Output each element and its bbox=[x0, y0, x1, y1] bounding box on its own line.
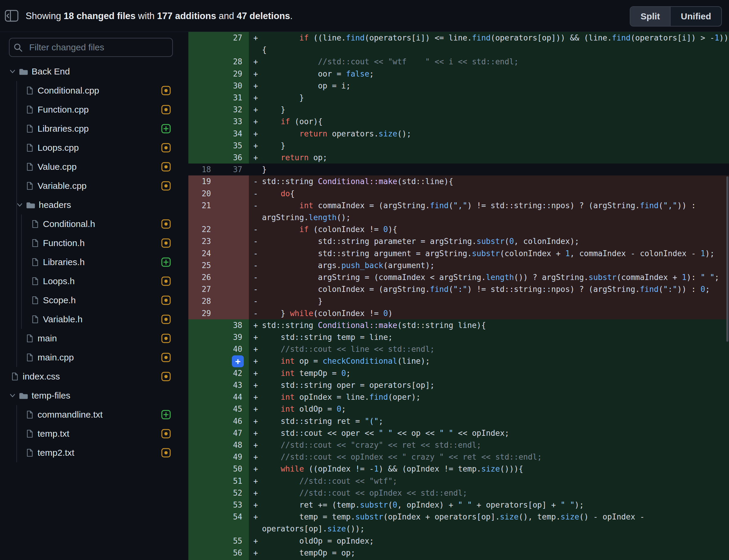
code-token: (opIndex + operators[op]. bbox=[383, 512, 500, 521]
additions-count: 177 additions bbox=[157, 11, 216, 21]
code-token bbox=[262, 452, 281, 461]
sidebar-folder-back-end[interactable]: Back End bbox=[0, 62, 188, 81]
sidebar-file-index-css[interactable]: index.css bbox=[0, 367, 188, 386]
code-line: - args.push_back(argument); bbox=[249, 259, 729, 271]
sidebar-file-main-cpp[interactable]: main.cpp bbox=[0, 348, 188, 367]
sidebar-file-conditional-h[interactable]: Conditional.h bbox=[0, 214, 188, 234]
chevron-down-icon[interactable] bbox=[16, 201, 23, 209]
code-line: + if (oor){ bbox=[249, 116, 729, 127]
old-line-number bbox=[188, 475, 217, 487]
code-token: 0 bbox=[383, 309, 388, 318]
chevron-down-icon[interactable] bbox=[9, 68, 16, 75]
diff-sign: - bbox=[253, 259, 262, 271]
old-line-number bbox=[188, 104, 217, 116]
diff-sign: + bbox=[253, 367, 262, 379]
new-line-number: 51 bbox=[217, 475, 249, 487]
modified-icon bbox=[161, 333, 171, 343]
sidebar-file-temp2-txt[interactable]: temp2.txt bbox=[0, 443, 188, 462]
code-token: substr bbox=[589, 273, 617, 282]
code-token: , opIndex) + bbox=[397, 500, 458, 509]
diff-sign: - bbox=[253, 235, 262, 247]
code-token: (operators[i]) > bbox=[631, 33, 710, 42]
sidebar-folder-headers[interactable]: headers bbox=[0, 195, 188, 214]
code-token: ( bbox=[659, 285, 663, 294]
code-token bbox=[262, 393, 281, 402]
code-token: } bbox=[262, 309, 290, 318]
file-icon bbox=[26, 353, 33, 362]
diff-sign: + bbox=[253, 559, 262, 560]
code-token: (std::line){ bbox=[397, 177, 453, 186]
new-line-number: 49 bbox=[217, 451, 249, 463]
sidebar-file-value-cpp[interactable]: Value.cpp bbox=[0, 157, 188, 176]
modified-icon bbox=[161, 181, 171, 191]
split-view-button[interactable]: Split bbox=[630, 7, 670, 26]
code-token: (colonIndex != bbox=[313, 309, 383, 318]
diff-row: 46+ std::string ret = "("; bbox=[188, 415, 729, 427]
file-label: Variable.h bbox=[43, 314, 83, 324]
sidebar-file-function-h[interactable]: Function.h bbox=[0, 234, 188, 253]
code-line: + } bbox=[249, 104, 729, 116]
code-token: (argument); bbox=[383, 261, 435, 270]
modified-icon bbox=[161, 448, 171, 458]
code-token: Conditional::make bbox=[318, 321, 397, 330]
folder-label: headers bbox=[39, 200, 71, 210]
file-icon bbox=[26, 143, 33, 152]
new-line-number bbox=[217, 271, 249, 283]
modified-icon bbox=[161, 85, 171, 96]
code-line: + } bbox=[249, 92, 729, 104]
code-line: + return op; bbox=[249, 152, 729, 164]
code-token: 0 bbox=[336, 405, 341, 413]
sidebar-file-commandline-txt[interactable]: commandline.txt bbox=[0, 405, 188, 424]
old-line-number bbox=[188, 547, 217, 559]
code-token: if bbox=[299, 33, 308, 42]
chevron-down-icon[interactable] bbox=[9, 392, 16, 399]
old-line-number bbox=[188, 379, 217, 391]
sidebar-folder-temp-files[interactable]: temp-files bbox=[0, 386, 188, 405]
code-token: push_back bbox=[341, 261, 383, 270]
filter-changed-files-input[interactable] bbox=[9, 38, 173, 57]
code-token: (), temp. bbox=[519, 512, 561, 521]
diff-row: 48+ //std::cout << "crazy" << ret << std… bbox=[188, 439, 729, 451]
file-icon bbox=[32, 277, 39, 286]
file-label: Libraries.h bbox=[43, 257, 85, 267]
sidebar-file-libraries-h[interactable]: Libraries.h bbox=[0, 253, 188, 272]
diff-rows: 27+ if ((line.find(operators[i]) <= line… bbox=[188, 32, 729, 560]
code-token: ; bbox=[369, 69, 374, 78]
sidebar-file-loops-cpp[interactable]: Loops.cpp bbox=[0, 138, 188, 157]
vertical-scrollbar-thumb[interactable] bbox=[726, 176, 728, 342]
code-token: length bbox=[486, 273, 514, 282]
old-line-number bbox=[188, 92, 217, 104]
code-token: size bbox=[561, 512, 579, 521]
code-token: temp = temp. bbox=[262, 512, 355, 521]
folder-label: Back End bbox=[32, 66, 70, 77]
code-token: std::string ret = bbox=[262, 417, 364, 426]
sidebar-file-variable-cpp[interactable]: Variable.cpp bbox=[0, 176, 188, 195]
code-token: ; bbox=[346, 369, 351, 378]
sidebar-file-loops-h[interactable]: Loops.h bbox=[0, 272, 188, 291]
sidebar-file-libraries-cpp[interactable]: Libraries.cpp bbox=[0, 119, 188, 138]
sidebar-file-temp-txt[interactable]: temp.txt bbox=[0, 424, 188, 443]
sidebar-file-main[interactable]: main bbox=[0, 329, 188, 348]
file-icon bbox=[26, 162, 33, 171]
code-token: " " bbox=[561, 500, 575, 509]
sidebar-file-variable-h[interactable]: Variable.h bbox=[0, 310, 188, 329]
code-line: - int commaIndex = (argString.find(",") … bbox=[249, 200, 729, 223]
old-line-number: 29 bbox=[188, 307, 217, 319]
unified-view-button[interactable]: Unified bbox=[670, 7, 721, 26]
collapse-sidebar-button[interactable] bbox=[4, 8, 19, 23]
code-token: ; bbox=[705, 285, 710, 294]
add-comment-button[interactable]: + bbox=[232, 355, 244, 367]
old-line-number bbox=[188, 427, 217, 439]
sidebar-file-function-cpp[interactable]: Function.cpp bbox=[0, 100, 188, 119]
code-token: tempOp = bbox=[295, 369, 341, 378]
code-token: " " bbox=[458, 500, 472, 509]
new-line-number: 54 bbox=[217, 511, 249, 535]
new-line-number: 53 bbox=[217, 499, 249, 511]
diff-row: 30+ op = i; bbox=[188, 80, 729, 92]
file-icon bbox=[26, 334, 33, 343]
file-label: Scope.h bbox=[43, 295, 76, 305]
sidebar-file-scope-h[interactable]: Scope.h bbox=[0, 291, 188, 310]
sidebar-file-conditional-cpp[interactable]: Conditional.cpp bbox=[0, 81, 188, 100]
file-label: Loops.h bbox=[43, 276, 75, 286]
diff-row: 38+std::string Conditional::make(std::st… bbox=[188, 319, 729, 331]
